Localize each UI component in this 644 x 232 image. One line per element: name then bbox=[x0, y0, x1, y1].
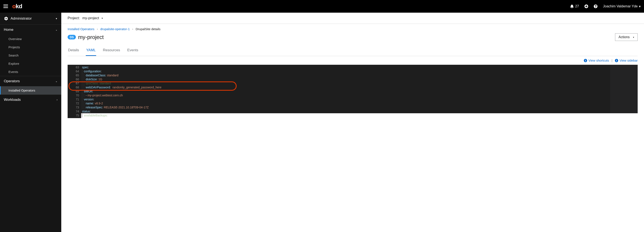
notifications-button[interactable]: 27 bbox=[570, 4, 579, 8]
code-line[interactable]: siteUrl: bbox=[81, 89, 638, 94]
sidebar: Administrator ▾ Home⌄ OverviewProjectsSe… bbox=[0, 13, 61, 232]
editor-toolbar: View shortcuts | View sidebar bbox=[68, 56, 638, 65]
logo-o: o bbox=[12, 3, 16, 9]
sidebar-item-installed-operators[interactable]: Installed Operators bbox=[0, 86, 61, 95]
nav-home-header[interactable]: Home⌄ bbox=[0, 25, 61, 35]
view-sidebar-link[interactable]: View sidebar bbox=[615, 59, 638, 62]
info-circle-icon bbox=[615, 59, 618, 62]
sidebar-item-explore[interactable]: Explore bbox=[0, 59, 61, 68]
help-button[interactable] bbox=[594, 4, 598, 8]
menu-toggle[interactable] bbox=[4, 5, 8, 8]
sidebar-label: View sidebar bbox=[620, 59, 638, 62]
caret-down-icon: ▾ bbox=[102, 17, 103, 20]
code-line[interactable]: releaseSpec: RELEASE-2021.10.18T09-04-17… bbox=[81, 106, 638, 110]
resource-badge: DS bbox=[68, 35, 76, 39]
tab-events[interactable]: Events bbox=[127, 46, 138, 56]
cogs-icon bbox=[4, 17, 8, 20]
chevron-right-icon: › bbox=[56, 98, 58, 101]
actions-label: Actions bbox=[619, 35, 630, 39]
tab-yaml[interactable]: YAML bbox=[86, 46, 96, 56]
chevron-down-icon: ⌄ bbox=[55, 80, 58, 83]
tabs: DetailsYAMLResourcesEvents bbox=[68, 46, 638, 56]
code-line[interactable]: configuration: bbox=[81, 69, 638, 73]
question-circle-icon bbox=[594, 4, 598, 8]
code-area[interactable]: spec: configuration: databaseClass: stan… bbox=[68, 65, 638, 118]
nav-workloads-header[interactable]: Workloads› bbox=[0, 95, 61, 105]
perspective-switcher[interactable]: Administrator ▾ bbox=[0, 13, 61, 24]
nav-workloads-label: Workloads bbox=[4, 98, 21, 102]
code-line[interactable]: spec: bbox=[81, 65, 638, 69]
sidebar-item-overview[interactable]: Overview bbox=[0, 35, 61, 43]
nav-operators-header[interactable]: Operators⌄ bbox=[0, 76, 61, 86]
code-line[interactable]: - my-project.webtest.cern.ch bbox=[81, 94, 638, 98]
perspective-label: Administrator bbox=[10, 16, 32, 21]
project-prefix: Project: bbox=[68, 16, 80, 20]
code-line[interactable]: qosClass: standard bbox=[81, 81, 638, 85]
project-name: my-project bbox=[82, 16, 99, 20]
caret-down-icon: ▾ bbox=[639, 4, 640, 8]
chevron-right-icon: › bbox=[97, 28, 98, 31]
user-menu[interactable]: Joachim Valdemar Yde ▾ bbox=[603, 4, 640, 8]
line-gutter: 63646566676869707172737475 bbox=[68, 65, 81, 118]
code-line[interactable]: status: bbox=[81, 110, 638, 114]
chevron-right-icon: › bbox=[132, 28, 133, 31]
project-selector[interactable]: Project: my-project ▾ bbox=[61, 13, 644, 24]
logo-rest: kd bbox=[16, 3, 22, 9]
yaml-editor[interactable]: 63646566676869707172737475 spec: configu… bbox=[68, 65, 638, 113]
main-content: Project: my-project ▾ Installed Operator… bbox=[61, 13, 644, 232]
code-line[interactable]: name: v8.9-2 bbox=[81, 102, 638, 106]
import-button[interactable] bbox=[584, 4, 588, 8]
breadcrumb-installed-operators[interactable]: Installed Operators bbox=[68, 27, 94, 31]
sidebar-item-search[interactable]: Search bbox=[0, 51, 61, 59]
nav-operators-label: Operators bbox=[4, 79, 20, 83]
sidebar-item-projects[interactable]: Projects bbox=[0, 43, 61, 51]
masthead: okd 27 Joachim Valdemar Yde ▾ bbox=[0, 0, 644, 13]
sidebar-item-events[interactable]: Events bbox=[0, 68, 61, 76]
breadcrumb-current: DrupalSite details bbox=[136, 27, 160, 31]
code-line[interactable]: availableBackups: bbox=[81, 114, 638, 117]
nav-home-label: Home bbox=[4, 28, 13, 32]
code-line[interactable]: databaseClass: standard bbox=[81, 73, 638, 77]
notification-count: 27 bbox=[575, 4, 579, 8]
info-circle-icon bbox=[584, 59, 587, 62]
code-line[interactable]: diskSize: 1G bbox=[81, 77, 638, 81]
bell-icon bbox=[570, 4, 574, 8]
code-line[interactable]: version: bbox=[81, 98, 638, 102]
view-shortcuts-link[interactable]: View shortcuts bbox=[584, 59, 609, 62]
breadcrumb: Installed Operators › drupalsite-operato… bbox=[68, 27, 638, 31]
plus-circle-icon bbox=[584, 4, 588, 8]
caret-down-icon: ▾ bbox=[56, 17, 57, 20]
minimap[interactable]: ————————————————————————————————————————… bbox=[610, 65, 638, 113]
chevron-down-icon: ⌄ bbox=[55, 28, 58, 31]
divider: | bbox=[612, 59, 612, 62]
username: Joachim Valdemar Yde bbox=[603, 4, 638, 8]
page-title: my-project bbox=[78, 34, 104, 40]
tab-details[interactable]: Details bbox=[68, 46, 80, 56]
caret-down-icon: ▾ bbox=[633, 36, 634, 38]
actions-dropdown[interactable]: Actions ▾ bbox=[615, 33, 638, 41]
shortcuts-label: View shortcuts bbox=[588, 59, 609, 62]
logo[interactable]: okd bbox=[12, 3, 22, 10]
tab-resources[interactable]: Resources bbox=[102, 46, 120, 56]
code-line[interactable]: webDAVPassword: randomly_generated_passw… bbox=[81, 85, 638, 89]
breadcrumb-operator[interactable]: drupalsite-operator-1 bbox=[100, 27, 130, 31]
